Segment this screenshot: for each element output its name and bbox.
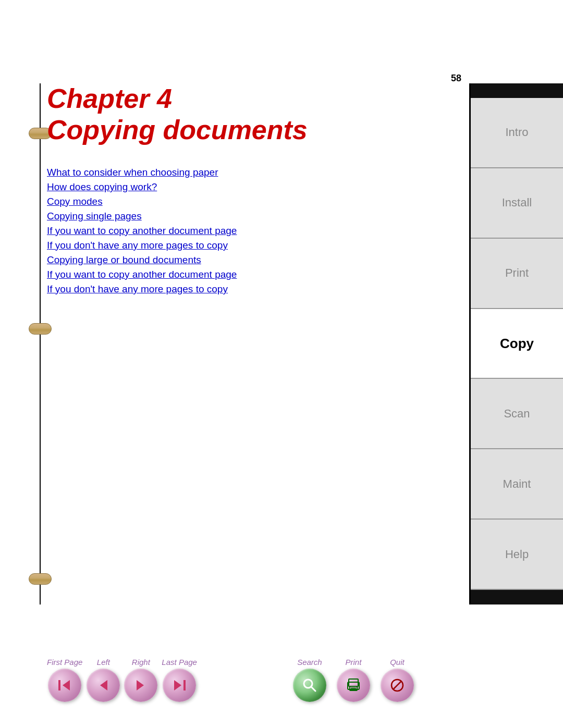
toc-link-4[interactable]: If you want to copy another document pag…: [47, 225, 454, 237]
nav-group-first-page: First Page: [47, 658, 82, 702]
toc-link-7[interactable]: If you want to copy another document pag…: [47, 269, 454, 280]
sidebar-tab-help[interactable]: Help: [471, 520, 563, 590]
search-button[interactable]: [293, 669, 326, 702]
nav-groups-left: First Page Left Right: [47, 658, 199, 702]
print-button[interactable]: [337, 669, 370, 702]
nav-group-quit: Quit: [381, 658, 414, 702]
sidebar-tab-intro[interactable]: Intro: [471, 98, 563, 168]
nav-group-left: Left: [87, 658, 120, 702]
svg-marker-1: [63, 680, 70, 690]
quit-button[interactable]: [381, 669, 414, 702]
toc-link-3[interactable]: Copying single pages: [47, 211, 454, 222]
first-page-icon: [56, 677, 73, 694]
svg-marker-3: [137, 680, 144, 690]
sidebar-tab-maint[interactable]: Maint: [471, 449, 563, 520]
toc-link-0[interactable]: What to consider when choosing paper: [47, 167, 454, 178]
chapter-title: Chapter 4 Copying documents: [47, 83, 454, 146]
right-icon: [132, 677, 149, 694]
toc-link-1[interactable]: How does copying work?: [47, 181, 454, 193]
chapter-title-line1: Chapter 4: [47, 83, 454, 115]
sidebar-bottom-bar: [471, 590, 563, 604]
first-page-label: First Page: [47, 658, 82, 667]
bottom-nav: First Page Left Right: [47, 658, 454, 702]
left-button[interactable]: [87, 669, 120, 702]
sidebar-tab-copy[interactable]: Copy: [471, 309, 563, 379]
toc-link-8[interactable]: If you don't have any more pages to copy: [47, 283, 454, 295]
last-page-label: Last Page: [162, 658, 197, 667]
right-button[interactable]: [124, 669, 157, 702]
sidebar-tab-scan[interactable]: Scan: [471, 379, 563, 449]
svg-marker-4: [174, 680, 181, 690]
nav-group-right-nav: Right: [124, 658, 157, 702]
svg-rect-0: [58, 680, 60, 690]
search-icon: [301, 677, 318, 694]
first-page-button[interactable]: [48, 669, 81, 702]
svg-rect-5: [183, 680, 186, 690]
right-label: Right: [132, 658, 150, 667]
left-icon: [95, 677, 112, 694]
nav-group-last-page: Last Page: [162, 658, 197, 702]
main-content: Chapter 4 Copying documents What to cons…: [47, 83, 454, 665]
toc-links: What to consider when choosing paper How…: [47, 167, 454, 295]
right-sidebar: Intro Install Print Copy Scan Maint Help: [469, 83, 563, 604]
sidebar-tab-print[interactable]: Print: [471, 239, 563, 309]
sidebar-tab-install[interactable]: Install: [471, 168, 563, 239]
nav-group-search: Search: [293, 658, 326, 702]
left-binder-line: [40, 83, 41, 604]
print-label: Print: [346, 658, 362, 667]
last-page-icon: [171, 677, 188, 694]
sidebar-top-bar: [471, 83, 563, 98]
left-label: Left: [97, 658, 110, 667]
print-icon: [345, 677, 362, 694]
chapter-title-line2: Copying documents: [47, 115, 454, 146]
toc-link-5[interactable]: If you don't have any more pages to copy: [47, 240, 454, 251]
nav-group-right-section: Search Print Qu: [293, 658, 416, 702]
svg-marker-2: [100, 680, 107, 690]
toc-link-6[interactable]: Copying large or bound documents: [47, 254, 454, 266]
nav-group-print: Print: [337, 658, 370, 702]
toc-link-2[interactable]: Copy modes: [47, 196, 454, 207]
quit-label: Quit: [390, 658, 405, 667]
svg-line-14: [394, 682, 401, 689]
svg-line-7: [311, 687, 315, 691]
page-number: 58: [451, 73, 461, 84]
quit-icon: [389, 677, 406, 694]
search-label: Search: [297, 658, 322, 667]
last-page-button[interactable]: [163, 669, 196, 702]
